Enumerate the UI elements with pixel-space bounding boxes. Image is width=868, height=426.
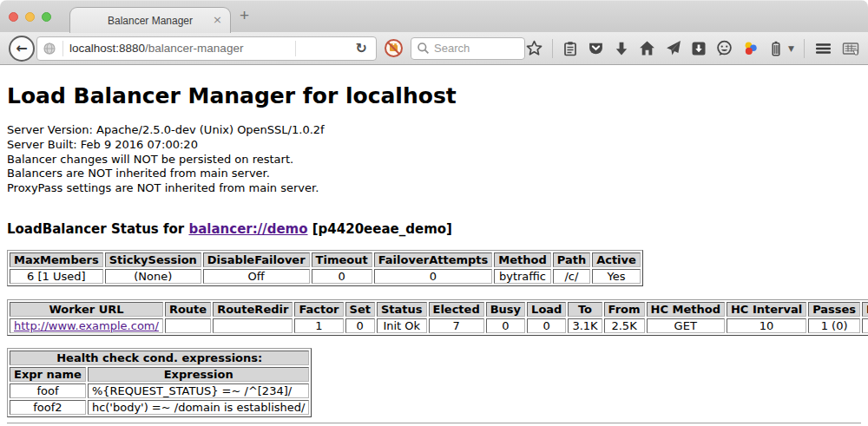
pocket-icon[interactable] <box>588 40 604 56</box>
server-info: Server Version: Apache/2.5.0-dev (Unix) … <box>7 123 861 196</box>
cell-expression: hc('body') =~ /domain is established/ <box>88 400 310 415</box>
column-header: Expression <box>88 367 310 382</box>
column-header: Timeout <box>312 252 372 267</box>
tab-strip: Balancer Manager × + <box>0 0 868 32</box>
status-heading-prefix: LoadBalancer Status for <box>7 221 188 237</box>
column-header: Route <box>165 302 211 317</box>
keyboard-grid-icon[interactable] <box>842 41 859 56</box>
column-header: From <box>604 302 645 317</box>
reading-list-icon[interactable] <box>562 41 578 56</box>
globe-icon <box>43 42 56 56</box>
cell-passes: 1 (0) <box>808 318 860 333</box>
cell-path: /c/ <box>553 269 590 284</box>
download-box-icon[interactable] <box>691 41 707 56</box>
toolbar-divider <box>804 39 805 58</box>
column-header: MaxMembers <box>10 252 103 267</box>
plugin-blocked-icon[interactable] <box>384 38 404 58</box>
worker-status-table: Worker URL Route RouteRedir Factor Set S… <box>7 299 868 336</box>
downloads-icon[interactable] <box>614 41 629 56</box>
cell-status: Init Ok <box>377 318 427 333</box>
search-placeholder: Search <box>434 42 470 55</box>
cell-elected: 7 <box>429 318 484 333</box>
cell-expr-name: foof <box>10 383 86 398</box>
column-header: Method <box>494 252 550 267</box>
cell-to: 3.1K <box>568 318 602 333</box>
bottom-divider <box>7 423 861 424</box>
cell-factor: 1 <box>294 318 343 333</box>
column-header: Status <box>377 302 427 317</box>
table-header-row: Expr name Expression <box>10 367 309 382</box>
column-header: Busy <box>486 302 525 317</box>
toolbar-buttons: ▼ <box>526 39 859 58</box>
minimize-window-button[interactable] <box>25 12 35 22</box>
close-window-button[interactable] <box>9 12 18 22</box>
new-tab-button[interactable]: + <box>240 6 249 25</box>
column-header: RouteRedir <box>213 302 293 317</box>
balancer-settings-table: MaxMembers StickySession DisableFailover… <box>7 250 643 286</box>
dropdown-caret-icon[interactable]: ▼ <box>788 44 794 53</box>
cell-routeredir <box>213 318 293 333</box>
column-header: Active <box>592 252 641 267</box>
back-button[interactable]: ← <box>9 36 35 62</box>
url-domain: localhost:8880 <box>69 42 145 55</box>
health-table-title: Health check cond. expressions: <box>10 351 309 365</box>
navigation-toolbar: ← localhost:8880/balancer-manager ↻ <box>0 32 868 65</box>
cell-timeout: 0 <box>312 269 372 284</box>
menu-icon[interactable] <box>814 41 832 56</box>
table-row: foof %{REQUEST_STATUS} =~ /^[234]/ <box>10 383 309 398</box>
column-header: HC Interval <box>727 302 806 317</box>
balancers-inherit-line: Balancers are NOT inherited from main se… <box>7 167 861 181</box>
reload-divider <box>295 41 296 56</box>
column-header: Fails <box>862 302 868 317</box>
cell-route <box>165 318 211 333</box>
persist-warning-line: Balancer changes will NOT be persisted o… <box>7 153 861 167</box>
reload-icon[interactable]: ↻ <box>347 40 376 56</box>
cell-hc-interval: 10 <box>727 318 806 333</box>
health-check-table: Health check cond. expressions: Expr nam… <box>7 348 312 417</box>
url-bar[interactable]: localhost:8880/balancer-manager ↻ <box>36 36 377 61</box>
cell-disablefailover: Off <box>203 269 310 284</box>
column-header: Load <box>527 302 566 317</box>
table-title-row: Health check cond. expressions: <box>10 351 309 365</box>
zoom-window-button[interactable] <box>42 12 51 22</box>
server-version-line: Server Version: Apache/2.5.0-dev (Unix) … <box>7 123 861 138</box>
home-icon[interactable] <box>639 40 655 56</box>
table-row: foof2 hc('body') =~ /domain is establish… <box>10 400 309 415</box>
search-input[interactable]: Search <box>411 37 525 60</box>
loadbalancer-status-heading: LoadBalancer Status for balancer://demo … <box>7 221 861 237</box>
proxypass-inherit-line: ProxyPass settings are NOT inherited fro… <box>7 181 861 196</box>
chat-smiley-icon[interactable] <box>716 40 733 56</box>
cell-failoverattempts: 0 <box>374 269 493 284</box>
server-built-line: Server Built: Feb 9 2016 07:00:20 <box>7 138 861 153</box>
cell-stickysession: (None) <box>105 269 201 284</box>
cell-load: 0 <box>527 318 566 333</box>
tab-close-icon[interactable]: × <box>213 13 222 27</box>
search-icon <box>417 42 430 55</box>
column-header: Expr name <box>10 367 86 382</box>
battery-icon[interactable] <box>768 41 784 56</box>
cell-expr-name: foof2 <box>10 400 86 415</box>
cell-worker-url: http://www.example.com/ <box>10 318 163 333</box>
status-heading-suffix: [p4420eeae_demo] <box>308 221 452 237</box>
bookmark-star-icon[interactable] <box>526 40 542 56</box>
balancer-demo-link[interactable]: balancer://demo <box>188 221 307 237</box>
cell-maxmembers: 6 [1 Used] <box>10 269 103 284</box>
tab-balancer-manager[interactable]: Balancer Manager × <box>69 7 231 33</box>
tab-title: Balancer Manager <box>108 15 193 27</box>
traffic-lights <box>9 12 51 22</box>
column-header: Factor <box>294 302 343 317</box>
cell-active: Yes <box>592 269 641 284</box>
url-text[interactable]: localhost:8880/balancer-manager <box>69 42 243 55</box>
colored-dots-icon[interactable] <box>742 40 759 56</box>
back-icon: ← <box>16 40 27 56</box>
cell-method: bytraffic <box>494 269 550 284</box>
worker-url-link[interactable]: http://www.example.com/ <box>14 319 159 332</box>
send-icon[interactable] <box>665 40 681 56</box>
column-header: To <box>568 302 602 317</box>
cell-busy: 0 <box>486 318 525 333</box>
table-row: http://www.example.com/ 1 0 Init Ok 7 0 … <box>10 318 868 333</box>
urlbar-divider <box>62 41 63 56</box>
column-header: HC Method <box>647 302 725 317</box>
column-header: Set <box>345 302 375 317</box>
cell-fails: 2 (0) <box>862 318 868 333</box>
